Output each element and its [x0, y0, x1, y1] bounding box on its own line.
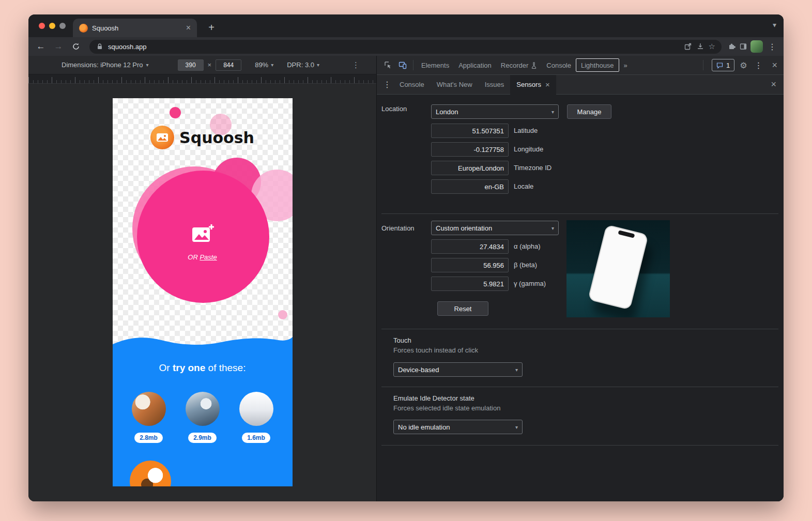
issue-count: 1 — [726, 62, 730, 69]
tab-console[interactable]: Console — [542, 56, 576, 75]
chevron-down-icon: ▾ — [551, 109, 554, 115]
drawer-tab-bar: ⋮ Console What's New Issues Sensors × × — [377, 75, 784, 95]
side-panel-icon[interactable] — [739, 42, 747, 51]
tab-recorder[interactable]: Recorder — [496, 56, 542, 75]
locale-input[interactable] — [431, 179, 509, 194]
bookmark-icon[interactable]: ☆ — [709, 42, 715, 51]
sample-item: 2.8mb — [132, 392, 166, 443]
install-app-icon[interactable] — [696, 42, 704, 51]
sample-size-badge: 2.8mb — [134, 433, 163, 443]
device-toolbar-menu-icon[interactable]: ⋮ — [352, 60, 360, 70]
drawer-tab-console[interactable]: Console — [393, 75, 431, 95]
paste-hint: OR Paste — [113, 253, 293, 261]
devtools-menu-icon[interactable]: ⋮ — [752, 60, 764, 70]
location-label: Location — [381, 105, 407, 113]
alpha-input[interactable] — [431, 239, 509, 254]
browser-tab-squoosh[interactable]: Squoosh × — [73, 19, 197, 37]
sensors-panel: Location London ▾ Manage Latitude Longit… — [377, 95, 784, 501]
back-button[interactable]: ← — [34, 39, 48, 54]
close-sensors-tab-icon[interactable]: × — [545, 80, 550, 89]
inspect-element-button[interactable] — [381, 58, 395, 72]
devtools-pane: Elements Application Recorder Console Li… — [376, 56, 784, 501]
sample-item: 2.9mb — [186, 392, 220, 443]
viewport-width-input[interactable] — [178, 59, 204, 71]
extensions-icon[interactable] — [728, 42, 736, 51]
forward-button[interactable]: → — [51, 39, 66, 54]
chevron-down-icon: ▾ — [515, 367, 518, 373]
squoosh-logo-text: Squoosh — [179, 129, 254, 147]
new-tab-button[interactable]: + — [204, 21, 219, 35]
squoosh-favicon-icon — [79, 24, 88, 33]
timezone-label: Timezone ID — [514, 161, 551, 175]
devtools-tab-bar: Elements Application Recorder Console Li… — [377, 56, 784, 75]
longitude-label: Longitude — [514, 142, 543, 157]
device-select[interactable]: Dimensions: iPhone 12 Pro ▾ — [62, 61, 149, 69]
sample-image-phone[interactable] — [239, 392, 273, 426]
device-toolbar-icon — [399, 61, 407, 69]
zoom-window-button[interactable] — [59, 23, 66, 29]
paste-link[interactable]: Paste — [200, 253, 217, 261]
idle-select[interactable]: No idle emulation ▾ — [393, 420, 523, 434]
tab-title: Squoosh — [92, 24, 182, 32]
zoom-select[interactable]: 89% ▾ — [255, 61, 273, 69]
beta-input[interactable] — [431, 258, 509, 272]
latitude-label: Latitude — [514, 124, 538, 138]
drawer-tab-issues[interactable]: Issues — [479, 75, 511, 95]
touch-select[interactable]: Device-based ▾ — [393, 362, 523, 377]
blue-wave — [113, 333, 293, 347]
chevron-down-icon: ▾ — [146, 62, 149, 68]
browser-menu-icon[interactable]: ⋮ — [766, 42, 778, 52]
location-select[interactable]: London ▾ — [431, 104, 559, 119]
toggle-device-toolbar-button[interactable] — [395, 58, 410, 72]
devtools-close-icon[interactable]: × — [770, 60, 779, 71]
close-drawer-icon[interactable]: × — [768, 79, 779, 90]
tab-close-icon[interactable]: × — [186, 23, 191, 33]
browser-window: Squoosh × + ▾ ← → squoosh.app — [28, 14, 784, 501]
issues-counter-button[interactable]: 1 — [712, 59, 734, 71]
longitude-input[interactable] — [431, 142, 509, 157]
manage-locations-button[interactable]: Manage — [567, 104, 611, 119]
reload-icon — [72, 42, 80, 51]
minimize-window-button[interactable] — [49, 23, 55, 29]
orientation-phone-preview[interactable] — [566, 220, 670, 317]
phone-3d-model — [588, 224, 649, 310]
share-icon[interactable] — [684, 42, 692, 51]
dpr-select[interactable]: DPR: 3.0 ▾ — [287, 61, 319, 69]
reload-button[interactable] — [69, 39, 83, 54]
viewport-height-input[interactable] — [216, 59, 241, 71]
touch-title: Touch — [393, 336, 411, 344]
drawer-menu-icon[interactable]: ⋮ — [381, 80, 393, 89]
latitude-input[interactable] — [431, 124, 509, 138]
tab-elements[interactable]: Elements — [417, 56, 454, 75]
gamma-label: γ (gamma) — [514, 277, 546, 291]
add-image-icon[interactable] — [191, 223, 215, 246]
reset-orientation-button[interactable]: Reset — [437, 301, 488, 316]
tab-application[interactable]: Application — [454, 56, 496, 75]
devtools-settings-icon[interactable]: ⚙ — [740, 60, 747, 70]
sample-size-badge: 2.9mb — [188, 433, 217, 443]
emulation-area: Squoosh OR P — [28, 84, 376, 501]
idle-description: Forces selected idle state emulation — [393, 404, 500, 412]
sample-image-workspace[interactable] — [186, 392, 220, 426]
browser-toolbar: ← → squoosh.app ☆ — [28, 37, 784, 56]
timezone-input[interactable] — [431, 161, 509, 175]
dimension-separator: × — [208, 61, 212, 69]
sample-image-panda[interactable] — [132, 392, 166, 426]
decor-pink-dot — [170, 107, 181, 118]
address-bar[interactable]: squoosh.app ☆ — [89, 40, 722, 54]
orientation-select[interactable]: Custom orientation ▾ — [431, 221, 559, 235]
more-tabs-button[interactable]: » — [619, 56, 632, 75]
alpha-label: α (alpha) — [514, 239, 541, 254]
gamma-input[interactable] — [431, 277, 509, 291]
tab-search-icon[interactable]: ▾ — [773, 21, 776, 29]
tab-lighthouse[interactable]: Lighthouse — [576, 58, 619, 72]
squoosh-logo: Squoosh — [113, 126, 293, 149]
close-window-button[interactable] — [39, 23, 45, 29]
device-toolbar: Dimensions: iPhone 12 Pro ▾ × 89% ▾ DPR:… — [28, 56, 376, 74]
drawer-tab-whats-new[interactable]: What's New — [431, 75, 479, 95]
profile-avatar[interactable] — [750, 40, 763, 53]
try-one-text: Or try one of these: — [113, 362, 293, 374]
drawer-tab-sensors[interactable]: Sensors × — [510, 75, 556, 95]
inspect-cursor-icon — [384, 61, 392, 69]
chevron-down-icon: ▾ — [271, 62, 273, 68]
